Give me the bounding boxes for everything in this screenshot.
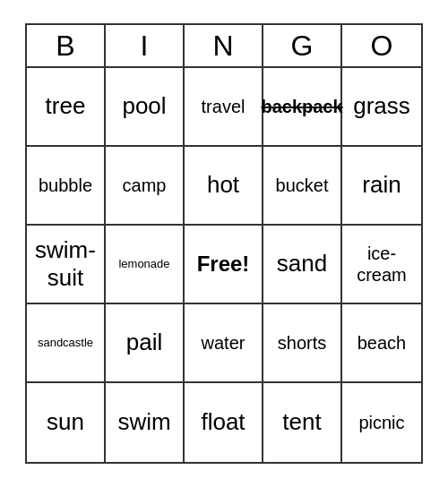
cell-text: pail — [126, 329, 162, 356]
cell-text: bucket — [276, 175, 329, 196]
header-letter: I — [106, 25, 185, 68]
bingo-cell: rain — [342, 147, 421, 226]
bingo-cell: swim — [106, 383, 185, 462]
bingo-cell: hot — [185, 147, 263, 226]
bingo-cell: bubble — [27, 147, 106, 226]
cell-text: beach — [358, 332, 407, 354]
cell-text: swim- suit — [35, 236, 96, 292]
cell-text: pool — [122, 92, 166, 120]
bingo-cell: ice- cream — [342, 226, 421, 304]
cell-text: ice- cream — [357, 243, 407, 286]
bingo-cell: pail — [106, 304, 185, 383]
cell-text: rain — [362, 171, 401, 199]
bingo-cell: water — [185, 304, 263, 383]
bingo-cell: lemonade — [106, 226, 185, 304]
bingo-cell: tree — [27, 68, 106, 147]
cell-text: hot — [207, 171, 239, 199]
cell-text: Free! — [197, 252, 250, 278]
bingo-cell: camp — [106, 147, 185, 226]
cell-text: sand — [277, 250, 327, 278]
cell-text: camp — [123, 175, 167, 196]
header-letter: O — [342, 25, 421, 68]
cell-text: tree — [46, 92, 86, 120]
bingo-header: BINGO — [27, 25, 421, 68]
cell-text: travel — [202, 96, 246, 117]
bingo-grid: treepooltravelbackpackgrassbubblecamphot… — [27, 68, 421, 462]
bingo-cell: beach — [342, 304, 421, 383]
bingo-cell: float — [185, 383, 263, 462]
bingo-cell: sun — [27, 383, 106, 462]
cell-text: shorts — [278, 332, 326, 354]
cell-text: sun — [47, 408, 84, 436]
bingo-cell: grass — [342, 68, 421, 147]
bingo-cell: tent — [263, 383, 342, 462]
bingo-cell: swim- suit — [27, 226, 106, 304]
header-letter: B — [27, 25, 106, 68]
cell-text: swim — [117, 408, 170, 436]
cell-text: backpack — [261, 96, 342, 117]
bingo-card: BINGO treepooltravelbackpackgrassbubblec… — [25, 23, 423, 464]
bingo-cell: backpack — [263, 68, 342, 147]
bingo-cell: picnic — [342, 383, 421, 462]
cell-text: lemonade — [118, 257, 169, 271]
cell-text: water — [202, 332, 246, 354]
cell-text: grass — [353, 92, 410, 120]
cell-text: bubble — [39, 175, 92, 196]
bingo-cell: Free! — [185, 226, 263, 304]
cell-text: sandcastle — [38, 336, 93, 350]
bingo-cell: sandcastle — [27, 304, 106, 383]
bingo-cell: shorts — [263, 304, 342, 383]
header-letter: G — [263, 25, 342, 68]
cell-text: tent — [282, 408, 321, 436]
header-letter: N — [185, 25, 263, 68]
cell-text: picnic — [358, 412, 404, 433]
bingo-cell: pool — [106, 68, 185, 147]
bingo-cell: bucket — [263, 147, 342, 226]
cell-text: float — [201, 408, 245, 436]
bingo-cell: travel — [185, 68, 263, 147]
bingo-cell: sand — [263, 226, 342, 304]
